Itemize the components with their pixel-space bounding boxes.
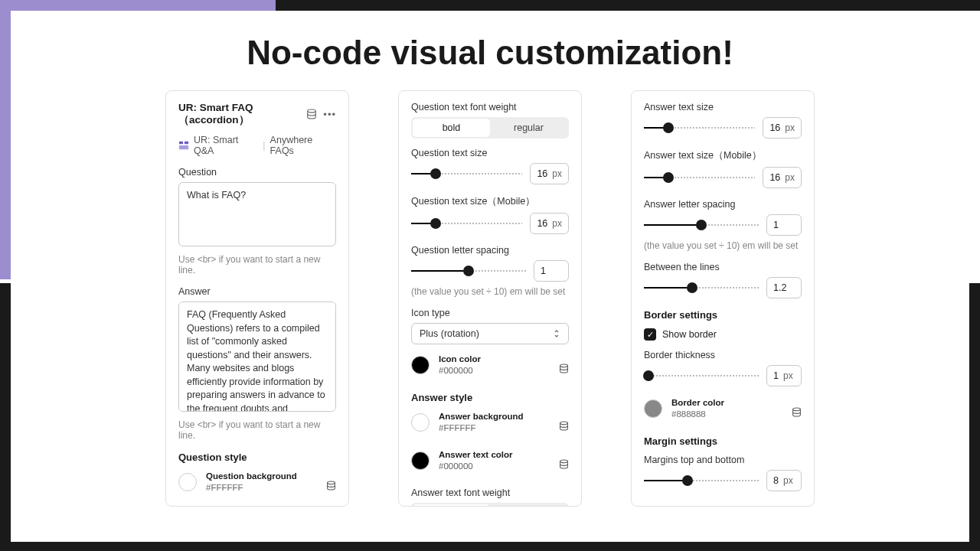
answer-style-title: Answer style — [411, 392, 569, 403]
border-settings-title: Border settings — [644, 309, 802, 321]
svg-point-8 — [560, 460, 568, 463]
question-input[interactable] — [178, 182, 336, 246]
question-textsize-mobile-slider[interactable] — [411, 217, 522, 230]
question-fontweight-toggle[interactable]: bold regular — [411, 117, 569, 139]
svg-rect-3 — [179, 145, 188, 149]
question-label: Question — [178, 167, 336, 178]
icon-type-label: Icon type — [411, 308, 569, 318]
question-bg-label: Question background — [206, 471, 297, 482]
margins-topbottom-input[interactable]: 8px — [766, 470, 802, 491]
question-fontweight-label: Question text font weight — [411, 102, 569, 112]
border-thickness-slider[interactable] — [644, 370, 759, 382]
icon-type-select[interactable]: Plus (rotation) — [411, 323, 569, 344]
answer-fontweight-toggle[interactable]: bold regular — [411, 503, 569, 507]
question-letterspacing-slider[interactable] — [411, 265, 526, 277]
panel-question-style: Question text font weight bold regular Q… — [398, 90, 582, 507]
database-icon[interactable] — [559, 459, 569, 469]
border-thickness-label: Border thickness — [644, 350, 802, 360]
svg-point-0 — [308, 109, 316, 112]
database-icon[interactable] — [559, 364, 569, 373]
margins-topbottom-slider[interactable] — [644, 474, 759, 487]
svg-point-7 — [560, 422, 568, 425]
border-color-label: Border color — [671, 397, 724, 409]
answer-textsize-label: Answer text size — [644, 102, 802, 112]
icon-color-label: Icon color — [439, 354, 481, 365]
icon-color-swatch[interactable] — [411, 356, 430, 374]
question-help: Use <br> if you want to start a new line… — [178, 254, 336, 276]
app-icon — [178, 140, 189, 151]
answer-bg-label: Answer background — [439, 411, 524, 422]
answer-letterspacing-label: Answer letter spacing — [644, 199, 802, 210]
question-textsize-slider[interactable] — [411, 168, 522, 180]
answer-help: Use <br> if you want to start a new line… — [178, 419, 336, 441]
page-title: No-code visual customization! — [11, 34, 969, 72]
breadcrumb: UR: Smart Q&A | Anywhere FAQs — [178, 135, 336, 156]
block-title: UR: Smart FAQ（accordion） — [178, 102, 306, 127]
answer-letterspacing-help: (the value you set ÷ 10) em will be set — [644, 240, 802, 251]
database-icon[interactable] — [326, 481, 336, 491]
border-color-hex: #888888 — [671, 409, 724, 420]
svg-rect-2 — [185, 142, 188, 145]
svg-point-9 — [793, 408, 801, 411]
database-icon[interactable] — [306, 109, 317, 120]
svg-point-4 — [328, 481, 335, 484]
svg-point-6 — [560, 364, 568, 367]
answer-textcolor-swatch[interactable] — [411, 452, 430, 470]
answer-textsize-input[interactable]: 16px — [763, 117, 802, 139]
between-lines-slider[interactable] — [644, 282, 759, 294]
between-lines-input[interactable]: 1.2 — [766, 277, 802, 298]
question-letterspacing-input[interactable]: 1 — [534, 260, 569, 282]
question-textsize-label: Question text size — [411, 148, 569, 158]
question-textsize-input[interactable]: 16px — [530, 163, 569, 184]
question-bg-hex: #FFFFFF — [206, 482, 297, 494]
database-icon[interactable] — [559, 421, 569, 431]
answer-textcolor-hex: #000000 — [439, 461, 513, 472]
segment-bold[interactable]: bold — [413, 119, 490, 137]
question-letterspacing-label: Question letter spacing — [411, 245, 569, 256]
segment-bold[interactable]: bold — [413, 504, 490, 507]
question-letterspacing-help: (the value you set ÷ 10) em will be set — [411, 286, 569, 297]
answer-bg-hex: #FFFFFF — [439, 422, 524, 434]
margins-topbottom-label: Margins top and bottom — [644, 455, 802, 465]
segment-regular[interactable]: regular — [490, 119, 567, 137]
answer-fontweight-label: Answer text font weight — [411, 487, 569, 498]
svg-rect-1 — [179, 142, 183, 145]
show-border-label: Show border — [662, 329, 717, 340]
border-color-swatch[interactable] — [644, 399, 662, 418]
answer-textsize-mobile-slider[interactable] — [644, 171, 755, 184]
question-textsize-mobile-label: Question text size（Mobile） — [411, 195, 569, 208]
select-chevron-icon — [553, 328, 560, 339]
between-lines-label: Between the lines — [644, 262, 802, 272]
answer-label: Answer — [178, 286, 336, 297]
answer-input[interactable] — [178, 302, 336, 412]
question-bg-swatch[interactable] — [178, 473, 197, 491]
icon-color-hex: #000000 — [439, 365, 481, 377]
panel-question-editor: UR: Smart FAQ（accordion） ••• UR: Smart Q… — [165, 90, 349, 507]
question-textsize-mobile-input[interactable]: 16px — [530, 213, 569, 234]
database-icon[interactable] — [792, 407, 802, 417]
answer-textcolor-label: Answer text color — [439, 449, 513, 461]
show-border-checkbox[interactable]: ✓ — [644, 328, 656, 341]
panel-answer-border: Answer text size 16px Answer text size（M… — [631, 90, 815, 507]
more-icon[interactable]: ••• — [323, 109, 336, 120]
answer-letterspacing-slider[interactable] — [644, 219, 759, 231]
border-thickness-input[interactable]: 1px — [766, 365, 802, 386]
answer-textsize-mobile-input[interactable]: 16px — [763, 167, 802, 188]
question-style-title: Question style — [178, 452, 336, 463]
margin-settings-title: Margin settings — [644, 435, 802, 447]
answer-textsize-slider[interactable] — [644, 122, 755, 134]
answer-bg-swatch[interactable] — [411, 413, 430, 432]
answer-textsize-mobile-label: Answer text size（Mobile） — [644, 149, 802, 162]
segment-regular[interactable]: regular — [490, 504, 567, 507]
answer-letterspacing-input[interactable]: 1 — [766, 214, 802, 236]
